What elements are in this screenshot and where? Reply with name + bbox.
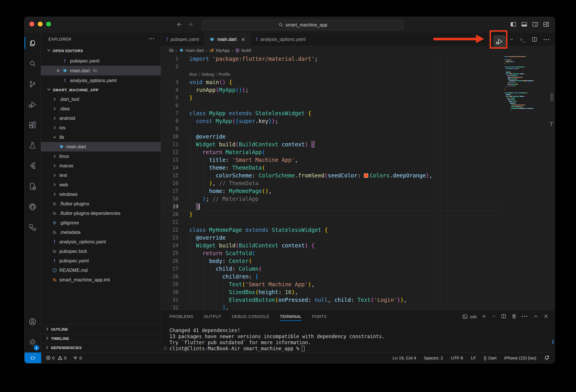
activity-item-project[interactable] — [24, 176, 41, 196]
activity-item-accounts[interactable] — [24, 311, 41, 332]
open-editors-header[interactable]: OPEN EDITORS — [41, 46, 161, 56]
project-section-header[interactable]: SMART_MACHINE_APP — [41, 85, 161, 94]
breadcrumb-item-lib[interactable]: lib — [169, 48, 174, 53]
tree-folder-linux[interactable]: linux — [41, 152, 161, 161]
tree-file-pubspec.yaml[interactable]: !pubspec.yaml — [41, 256, 161, 266]
tree-folder-lib[interactable]: lib — [41, 132, 161, 142]
flutter-device[interactable]: iPhone (15) (ios) — [504, 355, 536, 360]
zoom-button[interactable] — [46, 22, 51, 26]
toggle-secondary-sidebar-icon[interactable] — [532, 21, 539, 29]
code-line-content — [189, 125, 555, 133]
run-or-debug-button[interactable] — [493, 35, 506, 48]
codelens-run-link[interactable]: Run — [189, 72, 197, 77]
toggle-panel-icon[interactable] — [521, 21, 528, 29]
explorer-more-actions-icon[interactable]: ··· — [148, 37, 155, 41]
panel-tab-debug-console[interactable]: DEBUG CONSOLE — [232, 310, 269, 323]
codelens-profile-link[interactable]: Profile — [218, 72, 230, 77]
arrow-right-icon[interactable] — [188, 21, 194, 29]
tree-file-pubspec.lock[interactable]: pubspec.lock — [41, 247, 161, 256]
minimap[interactable] — [504, 55, 535, 310]
tree-folder-.dart_tool[interactable]: .dart_tool — [41, 94, 161, 104]
breadcrumb-item-build[interactable]: build — [235, 48, 251, 53]
open-editor-item[interactable]: main.dartlib — [41, 66, 161, 75]
tree-folder-macos[interactable]: macos — [41, 161, 161, 171]
activity-item-testing[interactable] — [24, 135, 41, 156]
activity-item-extensions[interactable] — [24, 115, 41, 135]
new-terminal-icon[interactable] — [481, 313, 487, 320]
section-timeline[interactable]: TIMELINE — [41, 334, 161, 343]
indentation[interactable]: Spaces: 2 — [424, 355, 443, 360]
eol[interactable]: LF — [471, 355, 476, 360]
minimize-button[interactable] — [38, 22, 43, 26]
encoding[interactable]: UTF-8 — [451, 355, 463, 360]
editor-scrollbar[interactable] — [550, 93, 553, 101]
breadcrumb-item-main.dart[interactable]: main.dart — [179, 48, 204, 53]
terminal-more-icon[interactable]: ··· — [522, 314, 528, 319]
remote-indicator[interactable] — [24, 353, 41, 363]
tree-file-.flutter-plugins[interactable]: .flutter-plugins — [41, 199, 161, 209]
arrow-left-icon[interactable] — [176, 21, 182, 29]
tree-folder-android[interactable]: android — [41, 113, 161, 123]
ports-status[interactable]: 0 — [73, 355, 82, 360]
activity-item-remote-explorer[interactable] — [24, 217, 41, 237]
kill-terminal-icon[interactable] — [511, 313, 517, 320]
close-tab-icon[interactable] — [241, 37, 245, 42]
cursor-position[interactable]: Ln 19, Col 4 — [393, 355, 416, 360]
split-editor-icon[interactable] — [531, 36, 538, 43]
section-outline[interactable]: OUTLINE — [41, 325, 161, 334]
activity-item-run-and-debug[interactable] — [24, 94, 41, 115]
tree-file-.gitignore[interactable]: .gitignore — [41, 218, 161, 228]
panel-tab-output[interactable]: OUTPUT — [204, 310, 221, 323]
terminal-shell-label[interactable]: zsh — [462, 314, 477, 319]
customize-layout-icon[interactable] — [543, 21, 549, 29]
panel-tab-ports[interactable]: PORTS — [312, 310, 327, 323]
code-token: { — [308, 110, 311, 116]
tab-pubspec.yaml[interactable]: !pubspec.yaml — [161, 33, 204, 46]
code-token — [216, 141, 219, 147]
panel-tab-terminal[interactable]: TERMINAL — [280, 310, 302, 323]
close-editor-icon[interactable] — [54, 69, 62, 73]
tree-file-README.md[interactable]: README.md — [41, 266, 161, 275]
activity-item-source-control[interactable] — [24, 74, 41, 94]
activity-item-github[interactable] — [24, 196, 41, 217]
terminal-run-icon[interactable]: >_ — [520, 37, 526, 42]
terminal-prompt-line[interactable]: clint@Clints-MacBook-Air smart_machine_a… — [169, 346, 555, 352]
split-terminal-icon[interactable] — [501, 313, 507, 320]
panel-tab-problems[interactable]: PROBLEMS — [169, 310, 193, 323]
code-editor[interactable]: 1import 'package:flutter/material.dart';… — [161, 55, 555, 310]
tree-folder-web[interactable]: web — [41, 180, 161, 190]
maximize-panel-icon[interactable] — [533, 313, 539, 320]
terminal-scrollbar[interactable] — [552, 340, 554, 344]
tree-file-main.dart[interactable]: main.dart — [41, 142, 161, 152]
activity-item-search[interactable] — [24, 53, 41, 74]
terminal-profile-chevron[interactable] — [492, 314, 496, 319]
tree-file-smart_machine_app.iml[interactable]: smart_machine_app.iml — [41, 275, 161, 285]
toggle-primary-sidebar-icon[interactable] — [510, 21, 517, 29]
activity-item-settings[interactable]: 1 — [24, 332, 41, 352]
tab-analysis_options.yaml[interactable]: !analysis_options.yaml — [251, 33, 311, 46]
codelens-debug-link[interactable]: Debug — [201, 72, 214, 77]
command-center-search[interactable]: smart_machine_app — [202, 20, 404, 30]
problems-status[interactable]: 00 — [46, 355, 67, 360]
notifications-bell-icon[interactable] — [544, 355, 549, 361]
tree-file-.metadata[interactable]: .metadata — [41, 228, 161, 237]
tree-file-.flutter-plugins-dependencies[interactable]: .flutter-plugins-dependencies — [41, 209, 161, 218]
activity-item-flutter[interactable] — [24, 156, 41, 176]
tree-folder-ios[interactable]: ios — [41, 123, 161, 132]
run-options-chevron[interactable] — [509, 37, 514, 42]
search-value: smart_machine_app — [286, 22, 327, 28]
close-button[interactable] — [29, 22, 34, 26]
section-dependencies[interactable]: DEPENDENCIES — [41, 343, 161, 352]
tree-folder-windows[interactable]: windows — [41, 190, 161, 199]
tree-file-analysis_options.yaml[interactable]: !analysis_options.yaml — [41, 237, 161, 247]
terminal[interactable]: Changed 41 dependencies!13 packages have… — [161, 323, 555, 352]
language-mode[interactable]: {} Dart — [484, 355, 496, 360]
close-panel-icon[interactable] — [543, 313, 549, 320]
activity-item-explorer[interactable] — [24, 33, 41, 53]
open-editor-item[interactable]: !pubspec.yaml — [41, 56, 161, 66]
tab-main.dart[interactable]: main.dart — [204, 33, 251, 46]
open-editor-item[interactable]: !analysis_options.yaml — [41, 75, 161, 85]
tree-folder-.idea[interactable]: .idea — [41, 104, 161, 113]
tree-folder-test[interactable]: test — [41, 171, 161, 180]
breadcrumb-item-MyApp[interactable]: MyApp — [209, 48, 230, 53]
